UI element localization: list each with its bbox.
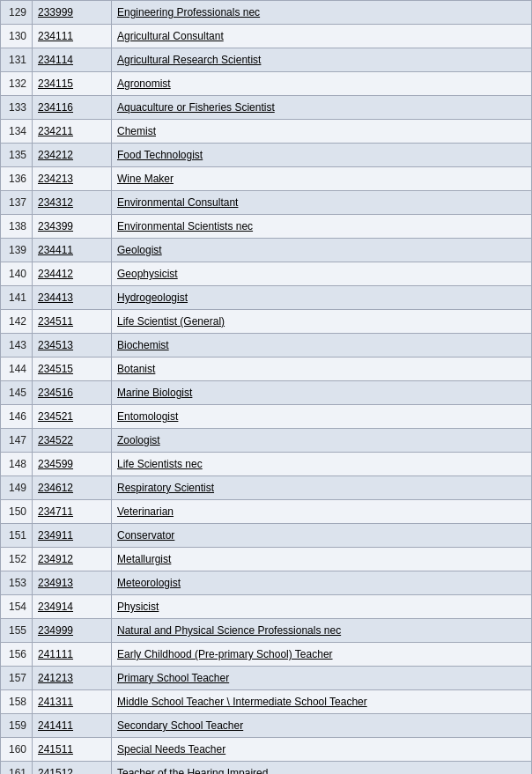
occupation-title[interactable]: Aquaculture or Fisheries Scientist [112, 96, 532, 120]
occupation-code[interactable]: 234522 [33, 429, 112, 453]
occupation-code[interactable]: 234411 [33, 239, 112, 262]
occupation-title[interactable]: Hydrogeologist [112, 286, 532, 310]
occupation-title[interactable]: Agronomist [112, 72, 532, 96]
occupation-title[interactable]: Geologist [112, 239, 532, 262]
table-row: 155234999Natural and Physical Science Pr… [1, 619, 532, 643]
table-row: 137234312Environmental Consultant [1, 191, 532, 215]
occupation-title[interactable]: Special Needs Teacher [112, 738, 532, 762]
occupation-code[interactable]: 234612 [33, 476, 112, 500]
occupation-title[interactable]: Veterinarian [112, 500, 532, 524]
occupation-code[interactable]: 234515 [33, 358, 112, 381]
occupation-title[interactable]: Teacher of the Hearing Impaired [112, 762, 532, 775]
occupation-title[interactable]: Meteorologist [112, 571, 532, 595]
occupation-code[interactable]: 234599 [33, 453, 112, 476]
occupation-title[interactable]: Conservator [112, 524, 532, 548]
occupation-code[interactable]: 234115 [33, 72, 112, 96]
row-number: 153 [1, 571, 33, 595]
occupation-title[interactable]: Botanist [112, 358, 532, 381]
row-number: 154 [1, 595, 33, 619]
occupation-code[interactable]: 233999 [33, 1, 112, 25]
row-number: 134 [1, 120, 33, 144]
occupation-title[interactable]: Environmental Consultant [112, 191, 532, 215]
occupation-title[interactable]: Chemist [112, 120, 532, 144]
row-number: 156 [1, 643, 33, 667]
occupation-code[interactable]: 241311 [33, 690, 112, 714]
occupation-title[interactable]: Food Technologist [112, 144, 532, 167]
table-row: 157241213Primary School Teacher [1, 667, 532, 690]
occupation-code[interactable]: 234413 [33, 286, 112, 310]
table-row: 142234511Life Scientist (General) [1, 310, 532, 334]
occupation-title[interactable]: Geophysicist [112, 262, 532, 286]
row-number: 152 [1, 548, 33, 571]
occupation-code[interactable]: 234312 [33, 191, 112, 215]
occupation-title[interactable]: Life Scientists nec [112, 453, 532, 476]
row-number: 136 [1, 167, 33, 191]
occupation-title[interactable]: Primary School Teacher [112, 667, 532, 690]
occupation-code[interactable]: 234399 [33, 215, 112, 239]
row-number: 132 [1, 72, 33, 96]
occupation-title[interactable]: Respiratory Scientist [112, 476, 532, 500]
occupation-code[interactable]: 234114 [33, 48, 112, 72]
occupation-code[interactable]: 234213 [33, 167, 112, 191]
table-row: 140234412Geophysicist [1, 262, 532, 286]
occupation-code[interactable]: 241111 [33, 643, 112, 667]
occupation-code[interactable]: 234914 [33, 595, 112, 619]
occupation-code[interactable]: 241511 [33, 738, 112, 762]
occupation-title[interactable]: Physicist [112, 595, 532, 619]
occupation-title[interactable]: Early Childhood (Pre-primary School) Tea… [112, 643, 532, 667]
row-number: 140 [1, 262, 33, 286]
occupation-title[interactable]: Life Scientist (General) [112, 310, 532, 334]
occupation-title[interactable]: Biochemist [112, 334, 532, 358]
occupation-title[interactable]: Entomologist [112, 405, 532, 429]
occupation-title[interactable]: Engineering Professionals nec [112, 1, 532, 25]
table-row: 136234213Wine Maker [1, 167, 532, 191]
row-number: 137 [1, 191, 33, 215]
occupation-code[interactable]: 234521 [33, 405, 112, 429]
table-row: 160241511Special Needs Teacher [1, 738, 532, 762]
occupation-code[interactable]: 234111 [33, 25, 112, 48]
occupation-title[interactable]: Agricultural Research Scientist [112, 48, 532, 72]
row-number: 138 [1, 215, 33, 239]
table-row: 161241512Teacher of the Hearing Impaired [1, 762, 532, 775]
occupation-code[interactable]: 234211 [33, 120, 112, 144]
table-row: 153234913Meteorologist [1, 571, 532, 595]
occupation-code[interactable]: 234911 [33, 524, 112, 548]
table-row: 143234513Biochemist [1, 334, 532, 358]
occupation-code[interactable]: 234212 [33, 144, 112, 167]
occupation-title[interactable]: Zoologist [112, 429, 532, 453]
table-row: 129233999Engineering Professionals nec [1, 1, 532, 25]
occupation-title[interactable]: Marine Biologist [112, 381, 532, 405]
occupation-title[interactable]: Wine Maker [112, 167, 532, 191]
occupation-title[interactable]: Middle School Teacher \ Intermediate Sch… [112, 690, 532, 714]
occupation-code[interactable]: 234999 [33, 619, 112, 643]
occupation-code[interactable]: 234516 [33, 381, 112, 405]
row-number: 131 [1, 48, 33, 72]
occupation-title[interactable]: Environmental Scientists nec [112, 215, 532, 239]
occupation-code[interactable]: 241512 [33, 762, 112, 775]
row-number: 144 [1, 358, 33, 381]
row-number: 151 [1, 524, 33, 548]
occupation-code[interactable]: 234711 [33, 500, 112, 524]
table-row: 152234912Metallurgist [1, 548, 532, 571]
occupation-code[interactable]: 234116 [33, 96, 112, 120]
occupation-title[interactable]: Natural and Physical Science Professiona… [112, 619, 532, 643]
occupation-code[interactable]: 241411 [33, 714, 112, 738]
occupation-title[interactable]: Secondary School Teacher [112, 714, 532, 738]
row-number: 142 [1, 310, 33, 334]
table-row: 158241311Middle School Teacher \ Interme… [1, 690, 532, 714]
occupation-title[interactable]: Agricultural Consultant [112, 25, 532, 48]
occupation-code[interactable]: 234912 [33, 548, 112, 571]
occupation-table: 129233999Engineering Professionals nec13… [0, 0, 532, 774]
row-number: 133 [1, 96, 33, 120]
row-number: 135 [1, 144, 33, 167]
occupation-code[interactable]: 234412 [33, 262, 112, 286]
occupation-code[interactable]: 241213 [33, 667, 112, 690]
row-number: 139 [1, 239, 33, 262]
occupation-code[interactable]: 234513 [33, 334, 112, 358]
table-row: 150234711Veterinarian [1, 500, 532, 524]
occupation-code[interactable]: 234511 [33, 310, 112, 334]
occupation-title[interactable]: Metallurgist [112, 548, 532, 571]
occupation-code[interactable]: 234913 [33, 571, 112, 595]
table-row: 148234599Life Scientists nec [1, 453, 532, 476]
row-number: 141 [1, 286, 33, 310]
